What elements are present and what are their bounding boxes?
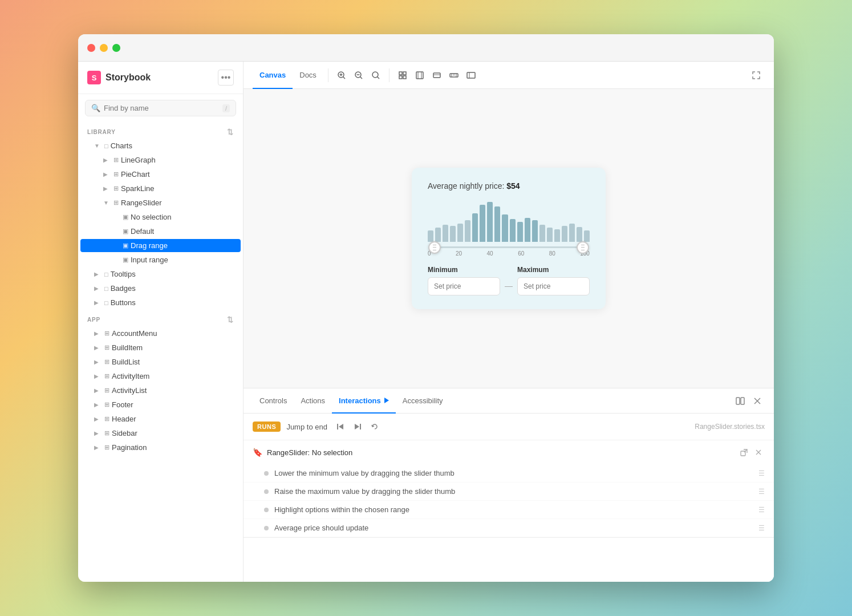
zoom-reset-button[interactable] <box>367 67 384 84</box>
outline-button[interactable] <box>411 67 428 84</box>
sidebar-item-charts[interactable]: ▼ □ Charts <box>80 139 241 152</box>
replay-button[interactable] <box>367 419 382 434</box>
sidebar-item-buttons[interactable]: ▶ □ Buttons <box>80 296 241 309</box>
svg-rect-16 <box>433 73 440 78</box>
step-back-button[interactable] <box>333 419 348 434</box>
component-icon: ⊞ <box>104 387 109 394</box>
sidebar-item-sidebar-comp[interactable]: ▶ ⊞ Sidebar <box>80 427 241 440</box>
sidebar-item-rangeslider[interactable]: ▼ ⊞ RangeSlider <box>80 196 241 209</box>
sidebar-item-no-selection[interactable]: ▣ No selection <box>80 210 241 224</box>
maximum-label: Maximum <box>517 266 590 274</box>
test-group-header[interactable]: 🔖 RangeSlider: No selection <box>244 440 774 464</box>
sidebar-item-tooltips[interactable]: ▶ □ Tooltips <box>80 268 241 281</box>
chevron-right-icon: ▶ <box>94 402 102 408</box>
measure-button[interactable] <box>445 67 462 84</box>
chart-bar <box>487 202 493 242</box>
open-external-icon[interactable] <box>737 446 750 459</box>
sidebar-item-activitylist[interactable]: ▶ ⊞ ActivityList <box>80 384 241 397</box>
sort-icon[interactable]: ⇅ <box>227 128 234 136</box>
maximum-input[interactable] <box>517 277 590 295</box>
sidebar-item-sparkline[interactable]: ▶ ⊞ SparkLine <box>80 182 241 195</box>
sidebar-item-builditem[interactable]: ▶ ⊞ BuildItem <box>80 341 241 354</box>
sidebar-logo: S Storybook <box>87 71 151 84</box>
story-icon: ▣ <box>123 213 128 221</box>
chevron-right-icon: ▶ <box>94 387 102 394</box>
step-details-icon[interactable]: ☰ <box>758 488 765 496</box>
slider-thumb-right[interactable] <box>577 241 589 254</box>
step-forward-icon <box>354 423 362 431</box>
folder-icon: □ <box>104 271 108 278</box>
step-forward-button[interactable] <box>350 419 365 434</box>
fullscreen-preview-icon <box>466 71 476 80</box>
bookmark-icon: 🔖 <box>253 448 262 457</box>
svg-rect-11 <box>399 76 402 79</box>
search-bar[interactable]: 🔍 / <box>85 100 236 116</box>
chart-bar <box>532 220 538 242</box>
component-icon: ⊞ <box>113 171 119 178</box>
sidebar-item-accountmenu[interactable]: ▶ ⊞ AccountMenu <box>80 327 241 340</box>
tab-actions[interactable]: Actions <box>294 388 332 414</box>
fullscreen-button[interactable] <box>748 67 765 84</box>
slider-track[interactable] <box>435 246 583 248</box>
sidebar-item-linegraph[interactable]: ▶ ⊞ LineGraph <box>80 153 241 167</box>
svg-rect-13 <box>416 72 423 79</box>
slider-thumb-left[interactable] <box>428 241 441 254</box>
step-details-icon[interactable]: ☰ <box>758 506 765 514</box>
chart-bar <box>577 227 582 242</box>
chart-bar <box>450 226 456 242</box>
chart-bar <box>547 228 553 242</box>
chevron-right-icon: ▶ <box>94 359 102 365</box>
sidebar-item-badges[interactable]: ▶ □ Badges <box>80 282 241 295</box>
step-dot <box>264 526 269 530</box>
zoom-in-button[interactable] <box>333 67 350 84</box>
tab-canvas[interactable]: Canvas <box>253 62 293 89</box>
sidebar-item-pagination[interactable]: ▶ ⊞ Pagination <box>80 441 241 454</box>
svg-marker-29 <box>339 424 343 429</box>
folder-icon: □ <box>104 285 108 292</box>
jump-to-end-button[interactable]: Jump to end <box>286 423 327 431</box>
sidebar-item-default[interactable]: ▣ Default <box>80 225 241 238</box>
sidebar-item-label: ActivityItem <box>112 372 236 380</box>
zoom-out-button[interactable] <box>350 67 367 84</box>
minimize-button[interactable] <box>100 44 108 52</box>
close-button[interactable] <box>87 44 95 52</box>
sort-icon[interactable]: ⇅ <box>227 315 234 324</box>
minimum-input[interactable] <box>428 277 500 295</box>
sidebar-item-buildlist[interactable]: ▶ ⊞ BuildList <box>80 355 241 368</box>
close-group-icon[interactable] <box>752 446 765 459</box>
sidebar-item-header[interactable]: ▶ ⊞ Header <box>80 412 241 425</box>
runs-bar: RUNS Jump to end <box>244 414 774 440</box>
tab-docs[interactable]: Docs <box>293 62 323 89</box>
sidebar-item-label: RangeSlider <box>121 198 236 207</box>
folder-icon: □ <box>104 143 108 149</box>
sidebar-item-footer[interactable]: ▶ ⊞ Footer <box>80 398 241 411</box>
bar-chart <box>428 202 590 242</box>
story-icon: ▣ <box>123 242 128 249</box>
fullscreen-preview-button[interactable] <box>462 67 480 84</box>
step-details-icon[interactable]: ☰ <box>758 524 765 532</box>
step-back-icon <box>336 423 344 431</box>
bottom-tabs: Controls Actions Interactions Accessibil… <box>244 388 774 414</box>
tab-controls[interactable]: Controls <box>253 388 294 414</box>
step-details-icon[interactable]: ☰ <box>758 469 765 477</box>
panel-close-button[interactable] <box>750 394 765 408</box>
svg-line-6 <box>360 76 362 79</box>
sidebar-item-label: BuildList <box>112 358 236 366</box>
grid-button[interactable] <box>394 67 411 84</box>
card-title: Average nightly price: $54 <box>428 181 590 191</box>
sidebar-item-drag-range[interactable]: ▣ Drag range <box>80 239 241 252</box>
sidebar-item-activityitem[interactable]: ▶ ⊞ ActivityItem <box>80 370 241 383</box>
chevron-down-icon: ▼ <box>103 200 111 206</box>
sidebar-item-piechart[interactable]: ▶ ⊞ PieChart <box>80 168 241 181</box>
sidebar-item-label: Footer <box>112 400 236 409</box>
panel-split-button[interactable] <box>733 394 748 408</box>
sidebar-menu-button[interactable]: ••• <box>218 70 234 86</box>
tab-accessibility[interactable]: Accessibility <box>396 388 450 414</box>
sidebar-item-input-range[interactable]: ▣ Input range <box>80 253 241 266</box>
svg-rect-10 <box>403 72 406 75</box>
tab-interactions[interactable]: Interactions <box>332 388 396 414</box>
background-button[interactable] <box>428 67 445 84</box>
svg-rect-30 <box>360 424 361 429</box>
search-input[interactable] <box>104 104 219 112</box>
maximize-button[interactable] <box>112 44 120 52</box>
